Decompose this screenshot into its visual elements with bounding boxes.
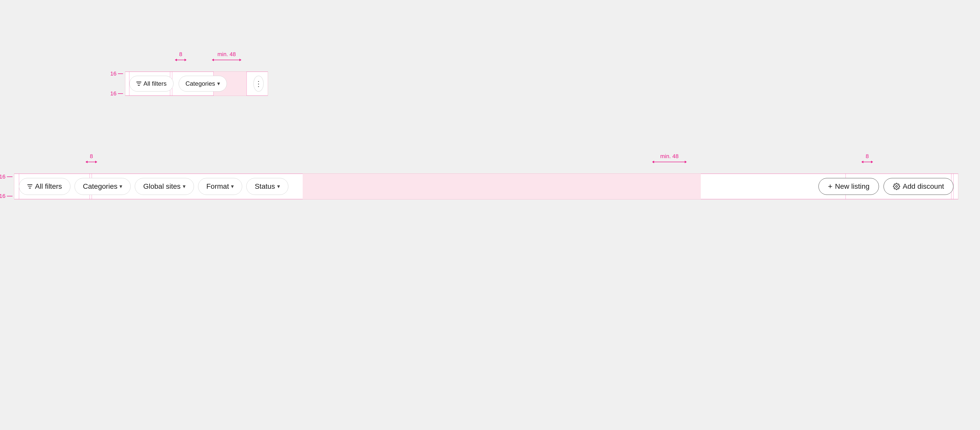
dim-8-bottom-left-text: 8 (90, 153, 93, 160)
format-button[interactable]: Format ▾ (198, 178, 242, 195)
categories-label-bottom: Categories (83, 182, 118, 190)
dim-8-top-text: 8 (179, 51, 182, 58)
plus-icon: + (828, 182, 832, 190)
bottom-toolbar-container: All filters Categories ▾ Global sites ▾ … (14, 173, 958, 200)
dim-16-top-text: 16 (110, 70, 116, 77)
categories-label-top: Categories (186, 80, 215, 87)
filter-icon-bottom (27, 184, 32, 189)
top-toolbar-container: All filters Categories ▾ ⋮ (125, 71, 268, 96)
page: 8 min. 48 16 (0, 0, 980, 430)
dim-16-bottom-bottom-bracket: 16 (0, 193, 13, 200)
all-filters-label-bottom: All filters (35, 182, 62, 190)
categories-button-bottom[interactable]: Categories ▾ (75, 178, 130, 195)
status-button[interactable]: Status ▾ (246, 178, 288, 195)
categories-chevron-bottom: ▾ (119, 183, 122, 190)
filter-icon-top (136, 82, 142, 86)
dim-16-bottom-bracket: 16 (110, 90, 123, 97)
status-label: Status (255, 182, 275, 190)
dim-8-bottom-right-text: 8 (865, 153, 869, 160)
all-filters-label-top: All filters (143, 80, 167, 87)
all-filters-button-bottom[interactable]: All filters (19, 178, 70, 195)
bottom-toolbar-section: 8 min. 48 8 (14, 173, 958, 200)
categories-button-top[interactable]: Categories ▾ (179, 76, 227, 92)
more-icon-top: ⋮ (255, 79, 262, 88)
categories-chevron-top: ▾ (217, 80, 220, 87)
dim-16-bottom-top-text: 16 (0, 173, 5, 180)
dim-min48-bottom-text: min. 48 (660, 153, 679, 160)
dim-min48-top-text: min. 48 (218, 51, 236, 58)
add-discount-label: Add discount (903, 182, 944, 190)
global-sites-label: Global sites (143, 182, 180, 190)
dim-16-top-bracket: 16 (110, 70, 123, 77)
dim-16-bottom-top-bracket: 16 (0, 173, 13, 180)
status-chevron: ▾ (277, 183, 280, 190)
format-chevron: ▾ (231, 183, 234, 190)
global-sites-button[interactable]: Global sites ▾ (135, 178, 194, 195)
top-toolbar-section: 8 min. 48 16 (125, 71, 268, 96)
top-toolbar: All filters Categories ▾ ⋮ (125, 71, 268, 96)
all-filters-button-top[interactable]: All filters (129, 76, 173, 92)
dim-16-bottom-bottom-text: 16 (0, 193, 5, 200)
new-listing-label: New listing (835, 182, 870, 190)
dim-16-bottom-text: 16 (110, 90, 116, 97)
format-label: Format (207, 182, 229, 190)
dim-min48-top-label: min. 48 (212, 51, 242, 61)
new-listing-button[interactable]: + New listing (818, 178, 879, 195)
global-sites-chevron: ▾ (183, 183, 186, 190)
more-button-top[interactable]: ⋮ (253, 76, 264, 92)
svg-point-0 (896, 186, 897, 187)
gear-icon-svg (893, 183, 900, 190)
add-discount-button[interactable]: Add discount (883, 178, 953, 195)
dim-8-top-label: 8 (175, 51, 186, 61)
bottom-toolbar: All filters Categories ▾ Global sites ▾ … (14, 174, 958, 199)
gear-icon (893, 183, 900, 190)
